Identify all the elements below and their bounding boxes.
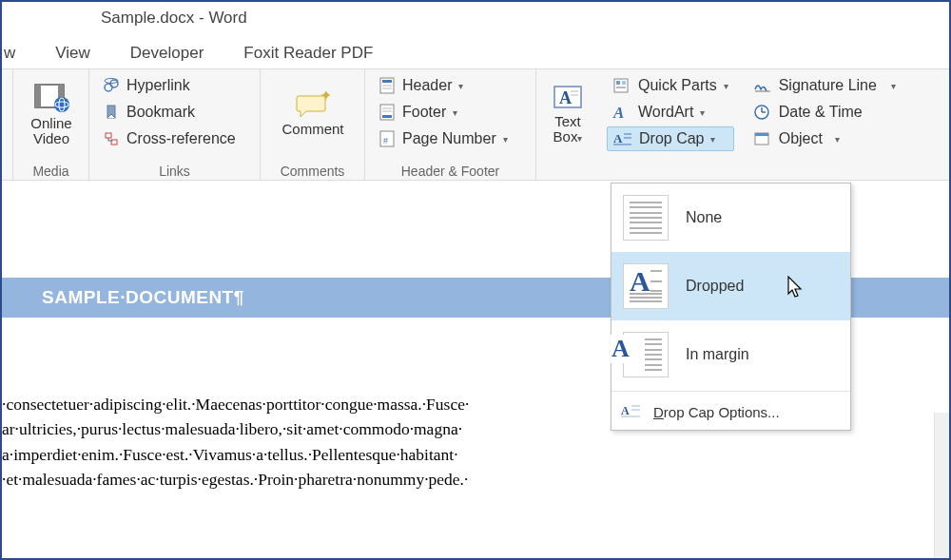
drop-cap-options-icon: A <box>621 402 642 421</box>
cross-reference-button[interactable]: Cross-reference <box>97 126 254 151</box>
group-links-label: Links <box>89 164 260 179</box>
comment-icon: ✦ <box>296 91 330 120</box>
drop-cap-in-margin-icon: A <box>623 332 669 377</box>
vertical-scrollbar[interactable] <box>934 413 949 558</box>
document-body[interactable]: ·consectetuer·adipiscing·elit.·Maecenas·… <box>2 392 626 492</box>
ribbon: Online Video Media Hyperlink Bookmark <box>2 68 949 181</box>
svg-rect-32 <box>616 87 626 88</box>
chevron-down-icon: ▾ <box>891 81 896 91</box>
signature-line-button[interactable]: Signature Line ▾ <box>747 73 902 98</box>
drop-cap-dropped-label: Dropped <box>686 278 744 295</box>
date-time-button[interactable]: Date & Time <box>747 100 902 125</box>
svg-rect-10 <box>106 133 111 138</box>
object-icon <box>753 130 772 147</box>
group-media-label: Media <box>13 164 88 179</box>
text-box-label: Text Box▾ <box>553 114 583 145</box>
footer-icon <box>378 104 396 121</box>
drop-cap-icon: A <box>613 130 632 147</box>
object-label: Object <box>779 130 823 147</box>
svg-rect-31 <box>622 81 626 85</box>
date-time-label: Date & Time <box>779 104 863 121</box>
header-button[interactable]: Header ▾ <box>373 73 530 98</box>
drop-cap-options-label: Drop Cap Options... <box>653 404 780 420</box>
svg-text:A: A <box>612 104 624 121</box>
online-video-button[interactable]: Online Video <box>13 69 89 157</box>
bookmark-icon <box>103 105 120 120</box>
page-number-label: Page Number <box>402 130 496 147</box>
group-media: Online Video Media <box>13 69 89 180</box>
body-line: ·consectetuer·adipiscing·elit.·Maecenas·… <box>2 392 626 416</box>
drop-cap-dropped-icon: A <box>623 263 669 309</box>
drop-cap-dropped[interactable]: A Dropped <box>611 252 850 320</box>
svg-text:A: A <box>559 88 572 107</box>
tab-view[interactable]: View <box>55 44 90 63</box>
date-time-icon <box>753 104 772 121</box>
svg-rect-1 <box>35 85 41 107</box>
header-label: Header <box>402 77 452 94</box>
header-icon <box>378 77 396 94</box>
svg-point-7 <box>110 80 118 87</box>
quick-parts-button[interactable]: Quick Parts ▾ <box>607 73 734 98</box>
drop-cap-options[interactable]: A Drop Cap Options... <box>611 394 850 430</box>
drop-cap-menu: None A Dropped A In margin A Drop Cap Op… <box>611 183 851 431</box>
hyperlink-label: Hyperlink <box>126 77 190 94</box>
comment-label: Comment <box>281 122 343 137</box>
cross-reference-label: Cross-reference <box>126 130 236 147</box>
drop-cap-none[interactable]: None <box>611 183 850 252</box>
quick-parts-label: Quick Parts <box>638 77 717 94</box>
title-bar: Sample.docx - Word <box>2 2 949 34</box>
hyperlink-button[interactable]: Hyperlink <box>97 73 254 98</box>
drop-cap-none-icon <box>623 195 669 241</box>
bookmark-label: Bookmark <box>126 104 195 121</box>
text-box-button[interactable]: A Text Box▾ <box>536 69 599 157</box>
window-title: Sample.docx - Word <box>101 9 247 27</box>
menu-divider <box>611 391 850 392</box>
document-title-text: SAMPLE·DOCUMENT¶ <box>42 287 244 308</box>
page-number-icon: # <box>378 130 396 147</box>
body-line: ·et·malesuada·fames·ac·turpis·egestas.·P… <box>2 467 626 492</box>
wordart-button[interactable]: A WordArt ▾ <box>607 100 734 125</box>
svg-text:A: A <box>621 404 630 417</box>
group-text: A Text Box▾ Quick Parts ▾ A WordArt <box>536 69 949 180</box>
svg-rect-43 <box>755 133 768 136</box>
svg-rect-30 <box>616 81 620 85</box>
quick-parts-icon <box>612 77 631 94</box>
chevron-down-icon: ▾ <box>458 81 463 91</box>
group-comments-label: Comments <box>261 164 364 179</box>
body-line: ar·ultricies,·purus·lectus·malesuada·lib… <box>2 416 626 441</box>
group-links: Hyperlink Bookmark Cross-reference Links <box>89 69 261 180</box>
body-line: a·imperdiet·enim.·Fusce·est.·Vivamus·a·t… <box>2 442 626 467</box>
comment-button[interactable]: ✦ Comment <box>261 69 365 157</box>
drop-cap-in-margin[interactable]: A In margin <box>611 320 850 389</box>
svg-text:#: # <box>383 136 388 145</box>
object-button[interactable]: Object ▾ <box>747 126 902 151</box>
page-number-button[interactable]: # Page Number ▾ <box>373 126 530 151</box>
tab-foxit[interactable]: Foxit Reader PDF <box>243 44 373 63</box>
online-video-label: Online Video <box>30 116 71 146</box>
tab-partial[interactable]: w <box>4 44 15 63</box>
svg-text:✦: ✦ <box>320 91 330 103</box>
bookmark-button[interactable]: Bookmark <box>97 100 254 125</box>
svg-rect-15 <box>382 80 392 83</box>
online-video-icon <box>32 82 70 114</box>
tab-developer[interactable]: Developer <box>130 44 204 63</box>
chevron-down-icon: ▾ <box>453 107 457 118</box>
cross-reference-icon <box>103 131 120 146</box>
ribbon-tabs: w View Developer Foxit Reader PDF <box>2 34 949 68</box>
wordart-icon: A <box>612 104 631 121</box>
footer-button[interactable]: Footer ▾ <box>373 100 530 125</box>
chevron-down-icon: ▾ <box>710 134 715 145</box>
chevron-down-icon: ▾ <box>724 81 728 91</box>
chevron-down-icon: ▾ <box>835 134 840 145</box>
group-header-footer-label: Header & Footer <box>365 164 535 179</box>
drop-cap-label: Drop Cap <box>639 130 704 147</box>
footer-label: Footer <box>402 104 446 121</box>
drop-cap-button[interactable]: A Drop Cap ▾ <box>607 126 734 151</box>
group-header-footer: Header ▾ Footer ▾ # Page Number ▾ <box>365 69 536 180</box>
text-box-icon: A <box>552 84 584 112</box>
svg-point-3 <box>54 97 69 112</box>
svg-text:A: A <box>613 131 623 145</box>
hyperlink-icon <box>103 78 120 93</box>
wordart-label: WordArt <box>638 104 693 121</box>
signature-line-icon <box>753 77 772 94</box>
